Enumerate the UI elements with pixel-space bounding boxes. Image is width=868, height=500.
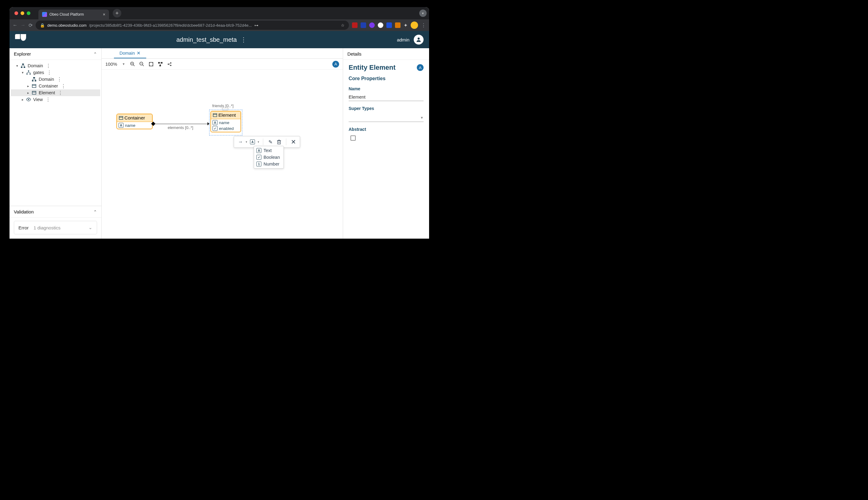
diagram-canvas[interactable]: Container A name elements [0..*] friends… xyxy=(102,70,343,239)
svg-rect-10 xyxy=(32,84,36,88)
extension-icon[interactable] xyxy=(378,22,383,28)
zoom-out-icon[interactable] xyxy=(139,61,145,67)
text-attr-icon[interactable]: A xyxy=(249,138,256,145)
edit-icon[interactable]: ✎ xyxy=(267,138,274,145)
extension-icon[interactable] xyxy=(352,22,357,28)
close-tab-icon[interactable]: × xyxy=(103,12,105,17)
extension-icon[interactable] xyxy=(386,22,392,28)
editor-tab-domain[interactable]: Domain ✕ xyxy=(114,48,146,58)
close-window-button[interactable] xyxy=(14,11,18,15)
arrange-icon[interactable] xyxy=(158,61,163,67)
attribute-row[interactable]: A name xyxy=(213,120,239,125)
project-menu-icon[interactable]: ⋮ xyxy=(240,36,247,43)
svg-rect-7 xyxy=(33,77,35,78)
close-icon[interactable]: ✕ xyxy=(290,138,297,145)
attribute-row[interactable]: ✓ enabled xyxy=(213,126,239,131)
svg-point-0 xyxy=(418,37,420,39)
node-menu-icon[interactable]: ⋮ xyxy=(57,77,62,82)
abstract-checkbox[interactable] xyxy=(351,135,356,141)
chevron-down-icon[interactable]: ⌄ xyxy=(89,225,92,230)
tree-node-view[interactable]: ▸ View ⋮ xyxy=(11,96,100,103)
browser-menu-icon[interactable]: ⋮ xyxy=(421,22,426,28)
dropdown-caret-icon[interactable]: ▾ xyxy=(258,140,259,144)
bookmark-icon[interactable]: ☆ xyxy=(341,23,345,27)
details-panel: Details Entity Element A Core Properties… xyxy=(343,48,429,239)
node-menu-icon[interactable]: ⋮ xyxy=(46,97,50,102)
tree-node-gates[interactable]: ▾ gates ⋮ xyxy=(11,69,100,76)
attribute-type-menu: A Text ✓ Boolean 1 Number xyxy=(254,146,284,169)
zoom-dropdown-icon[interactable]: ▼ xyxy=(121,61,126,67)
fit-screen-icon[interactable] xyxy=(148,61,154,67)
menu-item-number[interactable]: 1 Number xyxy=(254,161,284,167)
diagram-node-element[interactable]: Element A name ✓ enabled xyxy=(210,111,241,132)
edge-handle[interactable] xyxy=(222,108,228,110)
svg-point-14 xyxy=(28,99,29,100)
svg-rect-3 xyxy=(24,67,25,68)
dropdown-caret-icon[interactable]: ▾ xyxy=(246,140,247,144)
entity-icon xyxy=(32,90,36,95)
tree-node-domain[interactable]: Domain ⋮ xyxy=(11,76,100,83)
diagnostics-count: 1 diagnostics xyxy=(34,225,60,230)
reload-button[interactable]: ⟳ xyxy=(28,22,33,28)
collab-badge[interactable]: A xyxy=(332,61,339,68)
node-menu-icon[interactable]: ⋮ xyxy=(46,63,51,68)
menu-item-text[interactable]: A Text xyxy=(254,147,284,154)
name-input[interactable]: Element xyxy=(349,92,424,101)
chevron-right-icon[interactable]: ▸ xyxy=(21,98,25,102)
attribute-row[interactable]: A name xyxy=(118,123,150,128)
node-menu-icon[interactable]: ⋮ xyxy=(47,70,52,75)
tree-node-container[interactable]: ▸ Container ⋮ xyxy=(11,83,100,89)
node-title: Container xyxy=(124,115,145,121)
close-tab-icon[interactable]: ✕ xyxy=(137,51,141,56)
tree-node-element[interactable]: ▸ Element ⋮ xyxy=(11,89,100,96)
zoom-in-icon[interactable] xyxy=(130,61,135,67)
app-logo[interactable] xyxy=(15,34,26,45)
back-button[interactable]: ← xyxy=(13,22,18,28)
svg-point-28 xyxy=(170,65,171,66)
chevron-right-icon[interactable]: ▸ xyxy=(26,91,31,95)
user-avatar-icon[interactable] xyxy=(414,35,424,45)
maximize-window-button[interactable] xyxy=(27,11,31,15)
extensions-menu-icon[interactable]: ✦ xyxy=(403,22,408,28)
new-tab-button[interactable]: + xyxy=(113,9,121,18)
url-input[interactable]: 🔒 demo.obeostudio.com/projects/385db8f1-… xyxy=(36,21,349,30)
favicon-icon xyxy=(42,12,47,17)
arrow-tool-icon[interactable]: → xyxy=(237,138,244,145)
menu-item-boolean[interactable]: ✓ Boolean xyxy=(254,154,284,161)
chevron-down-icon[interactable]: ▾ xyxy=(21,71,25,75)
window-controls xyxy=(12,11,33,15)
node-menu-icon[interactable]: ⋮ xyxy=(61,83,66,89)
collab-badge[interactable]: A xyxy=(417,64,424,71)
collapse-icon[interactable]: ⌃ xyxy=(93,52,97,57)
validation-card[interactable]: Error 1 diagnostics ⌄ xyxy=(14,221,97,234)
share-icon[interactable] xyxy=(167,61,172,67)
chevron-right-icon[interactable]: ▸ xyxy=(26,84,31,88)
super-types-select[interactable]: ▼ xyxy=(349,113,424,122)
node-header: Container xyxy=(117,114,152,122)
browser-tab[interactable]: Obeo Cloud Platform × xyxy=(38,10,109,19)
browser-tab-bar: Obeo Cloud Platform × + ▾ xyxy=(10,7,429,19)
minimize-window-button[interactable] xyxy=(21,11,24,15)
forward-button[interactable]: → xyxy=(21,22,25,28)
edge-line[interactable] xyxy=(155,124,208,124)
project-title-area: admin_test_sbe_meta ⋮ xyxy=(176,36,247,43)
tab-overflow-button[interactable]: ▾ xyxy=(419,10,427,17)
extension-icon[interactable] xyxy=(361,22,366,28)
extension-icon[interactable] xyxy=(369,22,375,28)
extension-icon[interactable] xyxy=(395,22,400,28)
attr-name: name xyxy=(125,123,135,128)
details-body: Entity Element A Core Properties Name El… xyxy=(343,60,429,144)
app-window: Obeo Cloud Platform × + ▾ ← → ⟳ 🔒 demo.o… xyxy=(10,7,429,239)
profile-avatar[interactable] xyxy=(411,22,418,29)
key-icon[interactable]: ⊶ xyxy=(254,23,258,27)
validation-panel: Validation ⌃ Error 1 diagnostics ⌄ xyxy=(10,206,101,239)
node-menu-icon[interactable]: ⋮ xyxy=(58,90,62,95)
collapse-icon[interactable]: ⌃ xyxy=(93,209,97,214)
tree-node-domain-root[interactable]: ▾ Domain ⋮ xyxy=(11,62,100,69)
chevron-down-icon[interactable]: ▾ xyxy=(15,64,19,68)
delete-icon[interactable] xyxy=(275,138,282,145)
svg-line-16 xyxy=(133,65,135,66)
node-header: Element xyxy=(211,112,240,119)
app-header: admin_test_sbe_meta ⋮ admin xyxy=(10,31,429,48)
diagram-node-container[interactable]: Container A name xyxy=(116,114,153,129)
